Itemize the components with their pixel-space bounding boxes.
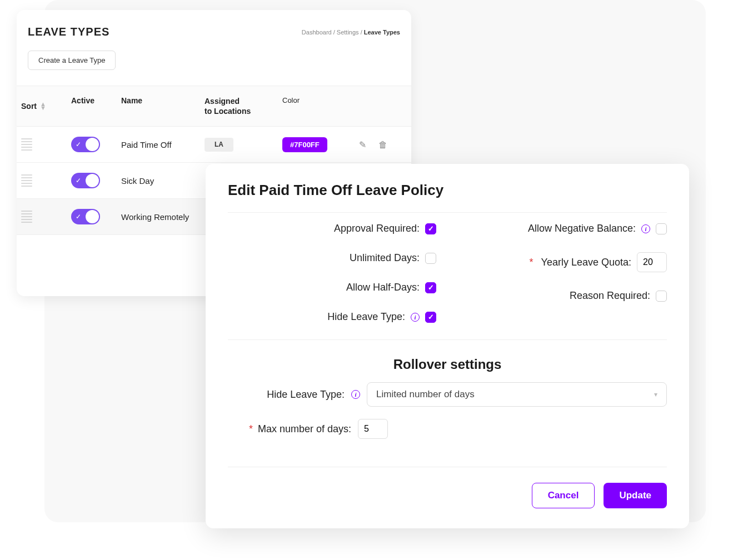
breadcrumb-dashboard[interactable]: Dashboard <box>302 29 332 36</box>
allow-negative-checkbox[interactable] <box>656 223 667 234</box>
hide-leave-type-label: Hide Leave Type: <box>327 311 405 323</box>
active-toggle[interactable]: ✓ <box>71 209 100 224</box>
max-days-input[interactable] <box>358 419 388 439</box>
drag-handle-icon[interactable] <box>21 138 32 151</box>
sort-icon[interactable]: ▲▼ <box>40 102 46 111</box>
table-row: ✓ Paid Time Off LA #7F00FF ✎ 🗑 <box>17 127 411 163</box>
edit-icon[interactable]: ✎ <box>359 140 366 149</box>
header-locations: Assigned to Locations <box>205 96 282 116</box>
reason-required-checkbox[interactable] <box>656 291 667 302</box>
active-toggle[interactable]: ✓ <box>71 137 100 152</box>
update-button[interactable]: Update <box>604 483 667 508</box>
info-icon[interactable]: i <box>411 313 420 322</box>
active-toggle[interactable]: ✓ <box>71 173 100 188</box>
cancel-button[interactable]: Cancel <box>532 483 595 508</box>
header-active: Active <box>71 96 121 116</box>
rollover-section-title: Rollover settings <box>228 357 667 372</box>
leave-name: Sick Day <box>121 176 205 186</box>
leave-name: Paid Time Off <box>121 140 205 149</box>
approval-required-label: Approval Required: <box>334 223 420 234</box>
page-title: LEAVE TYPES <box>28 26 109 38</box>
reason-required-label: Reason Required: <box>570 290 650 302</box>
allow-negative-label: Allow Negative Balance: <box>528 223 636 234</box>
allow-half-days-checkbox[interactable] <box>425 282 436 293</box>
info-icon[interactable]: i <box>641 224 650 233</box>
breadcrumb-current: Leave Types <box>364 29 400 36</box>
header-color: Color <box>282 96 349 116</box>
chevron-down-icon: ▾ <box>654 391 657 398</box>
info-icon[interactable]: i <box>351 390 360 399</box>
create-leave-type-button[interactable]: Create a Leave Type <box>28 51 116 70</box>
required-marker: * <box>249 423 253 434</box>
rollover-hide-label: Hide Leave Type: <box>228 389 345 401</box>
yearly-quota-input[interactable] <box>637 252 667 272</box>
allow-half-days-label: Allow Half-Days: <box>346 282 420 293</box>
leave-name: Working Remotely <box>121 212 205 222</box>
color-chip: #7F00FF <box>282 137 327 152</box>
drag-handle-icon[interactable] <box>21 174 32 187</box>
rollover-type-select[interactable]: Limited number of days ▾ <box>367 382 667 407</box>
edit-leave-policy-modal: Edit Paid Time Off Leave Policy Approval… <box>206 164 689 528</box>
yearly-quota-label: Yearly Leave Quota: <box>541 257 631 268</box>
drag-handle-icon[interactable] <box>21 211 32 223</box>
rollover-select-value: Limited number of days <box>376 389 475 400</box>
header-sort[interactable]: Sort <box>21 102 37 111</box>
location-chip: LA <box>205 138 233 152</box>
breadcrumb-settings[interactable]: Settings <box>337 29 359 36</box>
header-name: Name <box>121 96 205 116</box>
approval-required-checkbox[interactable] <box>425 223 436 234</box>
max-days-label: Max number of days: <box>258 423 351 434</box>
unlimited-days-checkbox[interactable] <box>425 253 436 264</box>
table-header: Sort ▲▼ Active Name Assigned to Location… <box>17 86 411 127</box>
breadcrumb: Dashboard / Settings / Leave Types <box>302 29 400 36</box>
required-marker: * <box>530 257 533 268</box>
delete-icon[interactable]: 🗑 <box>378 140 387 149</box>
unlimited-days-label: Unlimited Days: <box>350 252 420 264</box>
hide-leave-type-checkbox[interactable] <box>425 312 436 323</box>
modal-title: Edit Paid Time Off Leave Policy <box>228 182 667 199</box>
